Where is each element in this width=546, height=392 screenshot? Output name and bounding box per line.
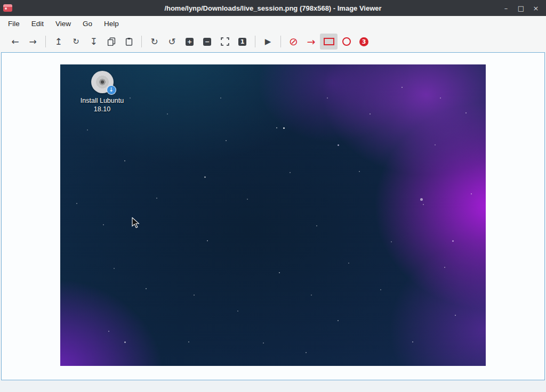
toolbar-separator [280,36,281,47]
back-icon: ← [11,37,19,46]
circle-annotation-icon [342,37,351,46]
circle-annotation-button[interactable] [338,34,355,50]
rotate-clockwise-icon: ↻ [150,37,158,46]
reload-icon: ↻ [73,38,79,46]
no-annotation-button[interactable]: ⊘ [285,34,302,50]
play-slideshow-button[interactable]: ▶ [259,34,277,50]
toolbar-separator [255,36,255,47]
rotate-counterclockwise-icon: ↺ [168,37,175,46]
download-badge-icon: ↓ [107,85,116,95]
install-lubuntu-desktop-icon: ↓ Install Lubuntu 18.10 [74,71,130,114]
rectangle-annotation-icon [324,38,334,45]
forward-icon: → [29,37,36,46]
menu-help[interactable]: Help [98,16,125,31]
arrow-annotation-icon: → [307,37,316,47]
fit-window-button[interactable] [216,34,234,50]
forward-button[interactable]: → [24,34,42,50]
rectangle-annotation-button[interactable] [320,34,338,50]
number-annotation-icon: 3 [359,37,368,46]
zoom-out-button[interactable]: − [198,34,216,50]
play-icon: ▶ [265,38,271,46]
app-icon [3,4,12,12]
image-viewport[interactable]: ↓ Install Lubuntu 18.10 [1,52,545,380]
window-controls: – □ × [499,2,543,14]
maximize-button[interactable]: □ [514,2,528,14]
mouse-cursor-icon [132,217,140,228]
copy-button[interactable] [102,34,120,50]
reload-button[interactable]: ↻ [67,34,85,50]
menu-go[interactable]: Go [77,16,98,31]
desktop-icon-label-line1: Install Lubuntu [74,96,130,105]
copy-icon [107,37,116,46]
zoom-in-button[interactable]: + [181,34,198,50]
original-size-icon: 1 [238,38,246,46]
close-button[interactable]: × [529,2,543,14]
rotate-clockwise-button[interactable]: ↻ [146,34,163,50]
toolbar: ← → ↥ ↻ ↧ ↻ ↺ + − 1 ▶ ⊘ → 3 [0,31,546,52]
original-size-button[interactable]: 1 [234,34,251,50]
back-button[interactable]: ← [6,34,24,50]
titlebar: /home/lynp/Downloads/live_session.png (7… [0,0,546,16]
upload-button[interactable]: ↥ [50,34,67,50]
arrow-annotation-button[interactable]: → [302,34,320,50]
menu-edit[interactable]: Edit [26,16,50,31]
minimize-icon: – [504,4,508,12]
close-icon: × [533,4,539,12]
upload-icon: ↥ [54,37,62,46]
displayed-image[interactable]: ↓ Install Lubuntu 18.10 [60,64,486,366]
zoom-out-icon: − [203,38,211,46]
no-annotation-icon: ⊘ [289,36,298,47]
minimize-button[interactable]: – [499,2,513,14]
zoom-in-icon: + [186,38,194,46]
menu-view[interactable]: View [50,16,77,31]
toolbar-separator [45,36,46,47]
toolbar-separator [141,36,142,47]
cd-disc-icon: ↓ [91,71,114,93]
menubar: File Edit View Go Help [0,16,546,31]
window-title: /home/lynp/Downloads/live_session.png (7… [0,4,546,12]
rotate-counterclockwise-button[interactable]: ↺ [163,34,181,50]
save-icon: ↧ [90,37,97,46]
paste-icon [125,37,133,46]
desktop-icon-label-line2: 18.10 [74,105,130,113]
save-button[interactable]: ↧ [85,34,102,50]
menu-file[interactable]: File [2,16,26,31]
number-annotation-button[interactable]: 3 [355,34,373,50]
fit-window-icon [221,37,229,46]
paste-button[interactable] [120,34,138,50]
maximize-icon: □ [518,4,524,12]
